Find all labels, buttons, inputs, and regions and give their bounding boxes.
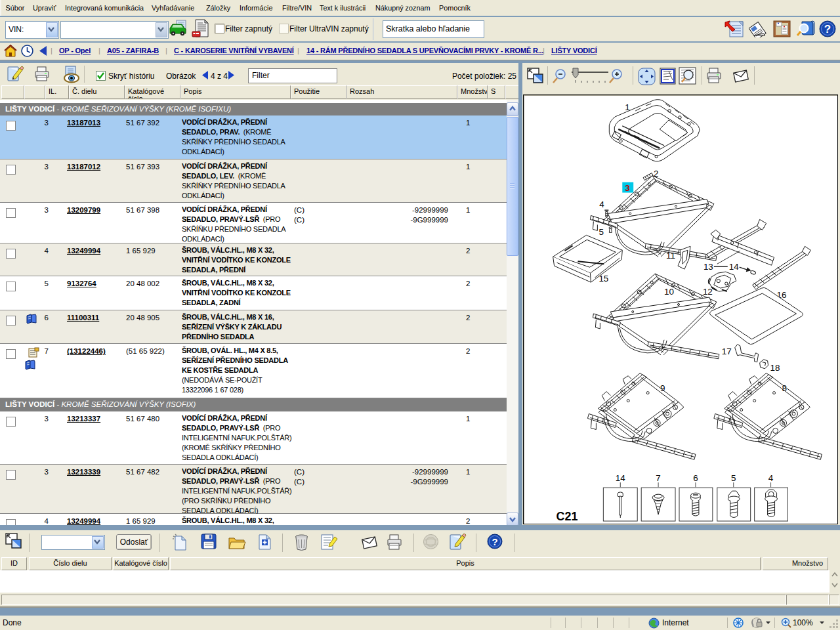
svg-text:C21: C21 xyxy=(556,510,578,523)
svg-text:3: 3 xyxy=(625,183,629,193)
svg-text:17: 17 xyxy=(722,346,732,356)
svg-text:7: 7 xyxy=(656,473,660,483)
svg-text:4: 4 xyxy=(768,473,774,483)
svg-text:14: 14 xyxy=(729,262,739,272)
svg-text:?: ? xyxy=(492,536,497,547)
svg-text:12: 12 xyxy=(703,287,713,297)
svg-text:14: 14 xyxy=(616,473,625,483)
svg-text:11: 11 xyxy=(666,251,675,261)
svg-text:18: 18 xyxy=(770,363,780,373)
svg-text:5: 5 xyxy=(731,473,736,483)
svg-text:5: 5 xyxy=(598,227,603,237)
svg-text:10: 10 xyxy=(664,287,674,297)
svg-text:?: ? xyxy=(824,23,831,35)
svg-text:6: 6 xyxy=(693,473,698,483)
svg-text:13: 13 xyxy=(704,262,713,272)
svg-text:15: 15 xyxy=(598,274,608,284)
svg-text:4: 4 xyxy=(599,200,604,209)
